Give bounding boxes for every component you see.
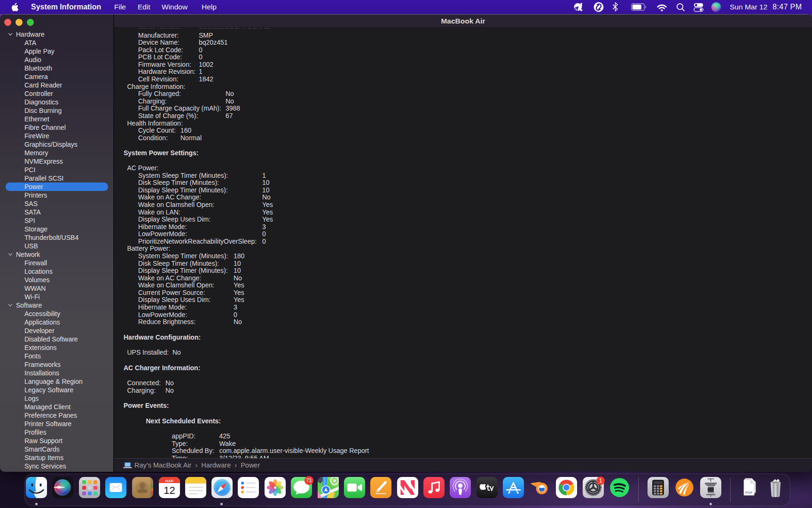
svg-text:PDF: PDF — [745, 491, 753, 495]
svg-text:MAR: MAR — [165, 479, 173, 483]
svg-text:12: 12 — [164, 484, 175, 496]
